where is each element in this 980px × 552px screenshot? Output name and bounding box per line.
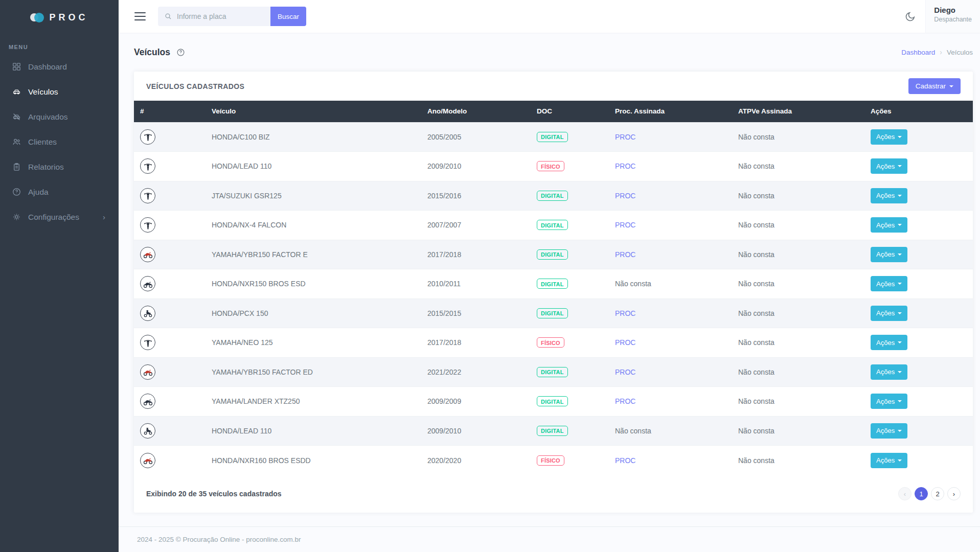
row-icon-cell: [134, 387, 207, 417]
row-actions-button[interactable]: Ações: [871, 276, 907, 291]
table-row: JTA/SUZUKI GSR125 2015/2016 DIGITAL PROC…: [134, 181, 973, 211]
proc-cell: PROC: [610, 181, 733, 211]
row-actions-button[interactable]: Ações: [871, 129, 907, 145]
proc-value[interactable]: PROC: [615, 221, 635, 229]
motorcycle-side-icon: [143, 249, 153, 260]
breadcrumb-link-dashboard[interactable]: Dashboard: [901, 49, 935, 56]
clipboard-icon: [12, 162, 21, 172]
dark-mode-toggle[interactable]: [904, 11, 916, 22]
proc-cell: PROC: [610, 298, 733, 328]
proc-value[interactable]: PROC: [615, 456, 635, 465]
actions-cell: Ações: [865, 211, 973, 240]
search-button[interactable]: Buscar: [270, 7, 306, 26]
doc-badge: FÍSICO: [537, 337, 564, 348]
row-actions-button[interactable]: Ações: [871, 217, 907, 233]
vehicle-icon: [140, 453, 155, 468]
proc-value[interactable]: PROC: [615, 338, 635, 347]
doc-badge: DIGITAL: [537, 220, 568, 230]
page-title: Veículos: [134, 47, 170, 58]
scooter-icon: [143, 308, 153, 318]
motorcycle-side-icon: [143, 455, 153, 466]
sidebar-item-label: Relatorios: [28, 163, 64, 172]
actions-cell: Ações: [865, 269, 973, 299]
doc-cell: FÍSICO: [532, 446, 610, 475]
vehicle-icon: [140, 158, 155, 174]
table-row: HONDA/NXR150 BROS ESD 2010/2011 DIGITAL …: [134, 269, 973, 299]
atpve-cell: Não consta: [733, 416, 865, 446]
row-actions-button[interactable]: Ações: [871, 423, 907, 439]
topbar: Buscar Diego Despachante: [119, 0, 980, 33]
proc-value[interactable]: PROC: [615, 250, 635, 259]
year-model-cell: 2009/2010: [422, 152, 532, 181]
sidebar-item-clientes[interactable]: Clientes: [0, 129, 119, 154]
sidebar-item-dashboard[interactable]: Dashboard: [0, 54, 119, 79]
proc-cell: PROC: [610, 152, 733, 181]
proc-value[interactable]: PROC: [615, 309, 635, 317]
column-header-acoes: Ações: [865, 101, 973, 122]
logo[interactable]: PROC: [0, 0, 119, 35]
vehicle-cell: HONDA/LEAD 110: [207, 416, 422, 446]
proc-value[interactable]: PROC: [615, 368, 635, 376]
doc-cell: DIGITAL: [532, 211, 610, 240]
caret-down-icon: [898, 224, 902, 226]
page-help-icon[interactable]: [176, 48, 185, 57]
car-icon: [12, 87, 21, 97]
prev-page-button[interactable]: ‹: [898, 487, 911, 500]
row-actions-button[interactable]: Ações: [871, 306, 907, 321]
vehicle-icon: [140, 276, 155, 291]
logo-icon: [30, 13, 44, 22]
atpve-cell: Não consta: [733, 298, 865, 328]
table-row: HONDA/LEAD 110 2009/2010 FÍSICO PROC Não…: [134, 152, 973, 181]
sidebar-item-configuracoes[interactable]: Configurações ›: [0, 204, 119, 229]
atpve-cell: Não consta: [733, 152, 865, 181]
motorcycle-front-icon: [143, 190, 153, 201]
pagination: ‹ 1 2 ›: [898, 487, 961, 500]
proc-value[interactable]: PROC: [615, 133, 635, 141]
proc-value[interactable]: PROC: [615, 192, 635, 200]
vehicle-icon: [140, 188, 155, 203]
sidebar-item-arquivados[interactable]: Arquivados: [0, 104, 119, 129]
menu-toggle-button[interactable]: [134, 12, 146, 20]
row-actions-button[interactable]: Ações: [871, 158, 907, 174]
table-row: YAMAHA/LANDER XTZ250 2009/2009 DIGITAL P…: [134, 387, 973, 417]
vehicle-cell: YAMAHA/LANDER XTZ250: [207, 387, 422, 417]
vehicle-cell: YAMAHA/YBR150 FACTOR E: [207, 240, 422, 269]
row-icon-cell: [134, 416, 207, 446]
row-actions-button[interactable]: Ações: [871, 188, 907, 203]
column-header-veiculo: Veículo: [207, 101, 422, 122]
sidebar-item-veiculos[interactable]: Veículos: [0, 79, 119, 104]
row-actions-button[interactable]: Ações: [871, 335, 907, 350]
chevron-left-icon: ‹: [904, 490, 906, 498]
search-input[interactable]: [177, 12, 264, 20]
sidebar-item-ajuda[interactable]: Ajuda: [0, 179, 119, 204]
user-menu[interactable]: Diego Despachante: [925, 0, 980, 33]
row-actions-button[interactable]: Ações: [871, 364, 907, 380]
search-field: [158, 7, 270, 26]
sidebar-item-label: Clientes: [28, 137, 57, 147]
doc-cell: DIGITAL: [532, 240, 610, 269]
proc-cell: PROC: [610, 446, 733, 475]
year-model-cell: 2015/2015: [422, 298, 532, 328]
actions-cell: Ações: [865, 298, 973, 328]
vehicles-card: VEÍCULOS CADASTRADOS Cadastrar # Veículo: [134, 72, 973, 513]
users-icon: [12, 137, 21, 147]
row-actions-button[interactable]: Ações: [871, 453, 907, 468]
scooter-icon: [143, 425, 153, 436]
caret-down-icon: [898, 195, 902, 197]
page-button-2[interactable]: 2: [931, 487, 944, 500]
caret-down-icon: [898, 312, 902, 314]
proc-value[interactable]: PROC: [615, 397, 635, 405]
caret-down-icon: [898, 136, 902, 138]
page-button-1[interactable]: 1: [915, 487, 928, 500]
sidebar-item-relatorios[interactable]: Relatorios: [0, 154, 119, 179]
motorcycle-front-icon: [143, 131, 153, 142]
row-actions-button[interactable]: Ações: [871, 394, 907, 409]
year-model-cell: 2005/2005: [422, 122, 532, 152]
proc-value[interactable]: PROC: [615, 162, 635, 170]
next-page-button[interactable]: ›: [947, 487, 961, 500]
row-icon-cell: [134, 446, 207, 475]
vehicle-icon: [140, 423, 155, 439]
register-button[interactable]: Cadastrar: [908, 78, 961, 94]
row-actions-button[interactable]: Ações: [871, 247, 907, 262]
table-row: HONDA/PCX 150 2015/2015 DIGITAL PROC Não…: [134, 298, 973, 328]
